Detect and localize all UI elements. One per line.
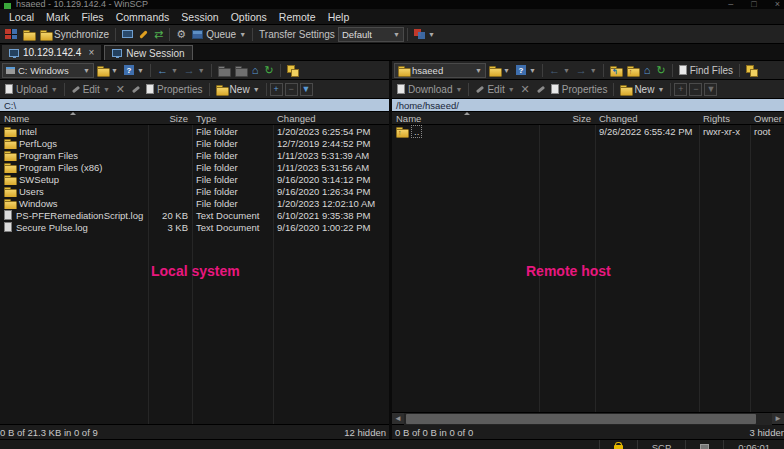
table-row[interactable]: SWSetupFile folder9/16/2020 3:14:12 PM	[0, 173, 389, 185]
menu-options[interactable]: Options	[225, 10, 273, 24]
rename-button[interactable]	[128, 81, 143, 98]
menu-remote[interactable]: Remote	[273, 10, 322, 24]
remote-directory-selector[interactable]: hsaeed▼	[394, 63, 486, 78]
maximize-icon[interactable]: □	[751, 0, 756, 9]
forward-button[interactable]: →▼	[181, 62, 208, 79]
scrollbar-thumb[interactable]	[406, 414, 756, 424]
menu-help[interactable]: Help	[322, 10, 356, 24]
local-hidden-count[interactable]: 12 hidden	[344, 427, 386, 438]
menu-session[interactable]: Session	[175, 10, 224, 24]
column-header-changed[interactable]: Changed	[273, 113, 389, 124]
synchronize-button[interactable]: Synchronize	[37, 26, 112, 43]
forward-button[interactable]: →▼	[573, 62, 600, 79]
transfer-preset-button[interactable]: ▼	[411, 26, 438, 43]
column-header-size[interactable]: Size	[148, 113, 192, 124]
table-row[interactable]: PS-PFERemediationScript.log20 KBText Doc…	[0, 209, 389, 221]
home-directory-button[interactable]: ⌂	[249, 62, 262, 79]
rename-button[interactable]	[533, 81, 548, 98]
parent-directory-button[interactable]: ↰	[607, 62, 624, 79]
menu-mark[interactable]: Mark	[40, 10, 75, 24]
back-button[interactable]: ←▼	[154, 62, 181, 79]
remote-hidden-count[interactable]: 3 hidden	[750, 427, 784, 438]
new-button[interactable]: New▼	[617, 81, 667, 98]
column-header-size[interactable]: Size	[539, 113, 595, 124]
select-remove-button[interactable]: −	[689, 83, 702, 96]
refresh-button[interactable]: ↻	[261, 62, 276, 79]
delete-button[interactable]: ✕	[113, 81, 128, 98]
preferences-button[interactable]: ⚙	[173, 26, 189, 43]
remote-horizontal-scrollbar[interactable]: ◄ ►	[392, 412, 784, 424]
protocol-status[interactable]: SCP	[637, 440, 686, 449]
find-files-button[interactable]: Find Files	[676, 62, 736, 79]
root-directory-button[interactable]: ↑	[624, 62, 641, 79]
filter-button[interactable]: ▼	[300, 83, 313, 96]
terminal-button[interactable]	[119, 26, 136, 43]
table-row[interactable]: UsersFile folder9/16/2020 1:26:34 PM	[0, 185, 389, 197]
table-row[interactable]: ↑..9/26/2022 6:55:42 PMrwxr-xr-xroot	[392, 125, 784, 137]
local-path-bar[interactable]: C:\	[0, 99, 389, 112]
console-button[interactable]	[136, 26, 151, 43]
drive-selector[interactable]: C: Windows▼	[2, 63, 94, 78]
scrollbar-track[interactable]	[404, 413, 772, 425]
home-directory-button[interactable]: ⌂	[641, 62, 654, 79]
table-row[interactable]: WindowsFile folder1/20/2023 12:02:10 AM	[0, 197, 389, 209]
select-add-button[interactable]: +	[270, 83, 283, 96]
file-changed: 1/11/2023 5:31:39 AM	[273, 150, 389, 161]
terminal-status-icon	[700, 444, 709, 449]
transfer-settings-combo[interactable]: Default▼	[338, 27, 404, 42]
table-row[interactable]: Secure Pulse.log3 KBText Document9/16/20…	[0, 221, 389, 233]
upload-button[interactable]: Upload▼	[2, 81, 61, 98]
encryption-status[interactable]	[599, 440, 637, 449]
open-directory-button[interactable]: ▼	[94, 62, 121, 79]
history-button[interactable]: ?▼	[121, 62, 147, 79]
properties-button[interactable]: Properties	[143, 81, 206, 98]
parent-directory-button[interactable]	[215, 62, 232, 79]
table-row[interactable]: Program FilesFile folder1/11/2023 5:31:3…	[0, 149, 389, 161]
edit-button[interactable]: Edit▼	[472, 81, 517, 98]
transfer-mode-button[interactable]: ⇄	[151, 26, 166, 43]
back-button[interactable]: ←▼	[546, 62, 573, 79]
menu-files[interactable]: Files	[75, 10, 109, 24]
column-header-owner[interactable]: Owner	[750, 113, 784, 124]
bookmarks-button[interactable]	[284, 62, 301, 79]
table-row[interactable]: IntelFile folder1/20/2023 6:25:54 PM	[0, 125, 389, 137]
terminal-status[interactable]	[685, 440, 723, 449]
column-header-type[interactable]: Type	[192, 113, 273, 124]
edit-label: Edit	[83, 84, 100, 95]
minimize-icon[interactable]: –	[728, 0, 733, 9]
column-header-rights[interactable]: Rights	[699, 113, 750, 124]
commander-view-button[interactable]	[2, 26, 20, 43]
menu-commands[interactable]: Commands	[110, 10, 176, 24]
remote-panel: hsaeed▼ ▼ ?▼ ←▼ →▼ ↰ ↑ ⌂ ↻ Find Files Do…	[392, 61, 784, 439]
edit-button[interactable]: Edit▼	[68, 81, 113, 98]
queue-button[interactable]: Queue▼	[189, 26, 249, 43]
remote-file-list[interactable]: ↑..9/26/2022 6:55:42 PMrwxr-xr-xrootRemo…	[392, 125, 784, 412]
session-duration[interactable]: 0:06:01	[723, 440, 784, 449]
chevron-down-icon: ▼	[590, 67, 597, 74]
tab-new-session[interactable]: New Session	[104, 45, 192, 60]
menu-local[interactable]: Local	[3, 10, 40, 24]
filter-button[interactable]: ▼	[704, 83, 717, 96]
close-icon[interactable]: ×	[775, 0, 780, 9]
select-add-button[interactable]: +	[674, 83, 687, 96]
download-button[interactable]: Download▼	[394, 81, 465, 98]
tab-close-icon[interactable]: ×	[88, 47, 94, 58]
scroll-right-icon[interactable]: ►	[772, 413, 784, 425]
root-directory-button[interactable]	[232, 62, 249, 79]
table-row[interactable]: Program Files (x86)File folder1/11/2023 …	[0, 161, 389, 173]
table-row[interactable]: PerfLogsFile folder12/7/2019 2:44:52 PM	[0, 137, 389, 149]
properties-button[interactable]: Properties	[548, 81, 611, 98]
refresh-button[interactable]: ↻	[653, 62, 668, 79]
scroll-left-icon[interactable]: ◄	[392, 413, 404, 425]
select-remove-button[interactable]: −	[285, 83, 298, 96]
open-directory-button[interactable]: ▼	[486, 62, 513, 79]
remote-path-bar[interactable]: /home/hsaeed/	[392, 99, 784, 112]
new-button[interactable]: New▼	[213, 81, 263, 98]
tab-session-host[interactable]: 10.129.142.4 ×	[2, 45, 101, 60]
history-button[interactable]: ?▼	[513, 62, 539, 79]
local-folders-button[interactable]	[20, 26, 37, 43]
delete-button[interactable]: ✕	[518, 81, 533, 98]
local-file-list[interactable]: IntelFile folder1/20/2023 6:25:54 PMPerf…	[0, 125, 389, 424]
bookmarks-button[interactable]	[743, 62, 760, 79]
column-header-changed[interactable]: Changed	[595, 113, 699, 124]
